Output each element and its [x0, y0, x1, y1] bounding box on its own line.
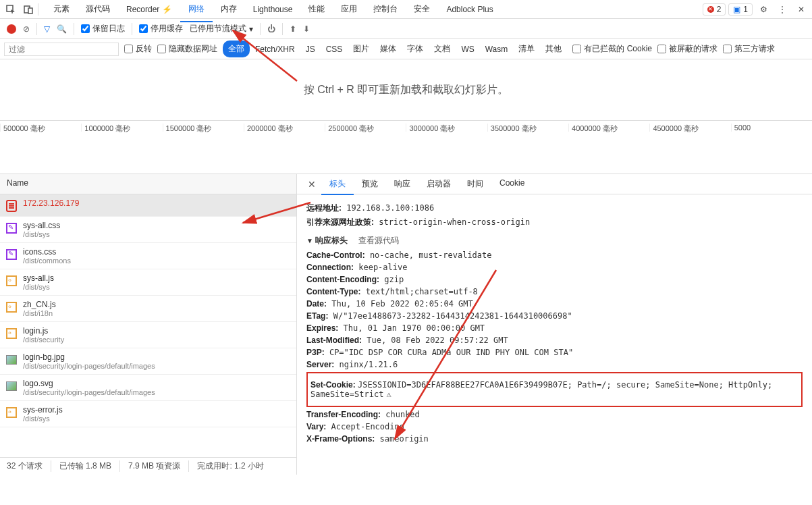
- filter-type-媒体[interactable]: 媒体: [375, 41, 402, 57]
- filter-type-全部[interactable]: 全部: [223, 41, 250, 57]
- close-icon[interactable]: ✕: [793, 1, 809, 18]
- panel-tab-9[interactable]: 安全: [406, 0, 438, 19]
- filter-type-WS[interactable]: WS: [456, 42, 479, 57]
- download-icon[interactable]: ⬇: [303, 24, 310, 34]
- close-detail-icon[interactable]: ✕: [302, 179, 321, 190]
- timeline-tick: 500000 毫秒: [0, 124, 81, 132]
- disclosure-triangle-icon: ▼: [306, 237, 313, 244]
- header-row: P3P: CP="IDC DSP COR CURa ADMa OUR IND P…: [306, 348, 803, 357]
- header-value: JSESSIONID=3D6EFAF88BEE27FCA0A1E6F39499B…: [310, 380, 772, 399]
- settings-icon[interactable]: ⚙: [755, 1, 772, 18]
- timeline-tick: 5000: [731, 124, 812, 132]
- header-row: Vary: Accept-Encoding: [306, 422, 803, 431]
- timeline-tick: 4000000 毫秒: [568, 124, 649, 132]
- filter-type-CSS[interactable]: CSS: [321, 42, 348, 57]
- error-badge[interactable]: ✕2: [703, 3, 726, 16]
- header-row: X-Frame-Options: sameorigin: [306, 434, 803, 444]
- inspect-icon[interactable]: [3, 1, 19, 18]
- js-file-icon: [5, 275, 18, 287]
- panel-tab-7[interactable]: 应用: [333, 0, 365, 19]
- request-row[interactable]: login-bg.jpg/dist/security/login-pages/d…: [0, 348, 296, 375]
- request-row[interactable]: sys-all.js/dist/sys: [0, 269, 296, 296]
- header-key: Vary:: [306, 422, 326, 431]
- filter-type-Fetch/XHR[interactable]: Fetch/XHR: [250, 42, 300, 57]
- img-file-icon: [5, 354, 18, 366]
- timeline-tick: 4500000 毫秒: [649, 124, 730, 132]
- blocked-cookie-checkbox[interactable]: 有已拦截的 Cookie: [572, 43, 652, 55]
- panel-tab-1[interactable]: 源代码: [78, 0, 118, 19]
- panel-tab-3[interactable]: 网络: [180, 0, 213, 19]
- request-name: login-bg.jpg: [23, 352, 155, 362]
- filter-input[interactable]: [4, 43, 119, 56]
- preserve-log-checkbox[interactable]: 保留日志: [81, 23, 125, 34]
- request-row[interactable]: icons.css/dist/commons: [0, 243, 296, 269]
- header-key: Cache-Control:: [306, 250, 365, 260]
- blocked-req-checkbox[interactable]: 被屏蔽的请求: [657, 43, 718, 55]
- timeline-ticks: 500000 毫秒1000000 毫秒1500000 毫秒2000000 毫秒2…: [0, 124, 812, 132]
- filter-type-图片[interactable]: 图片: [348, 41, 375, 57]
- third-party-label: 第三方请求: [734, 43, 775, 55]
- filter-type-清单[interactable]: 清单: [513, 41, 540, 57]
- filter-type-Wasm[interactable]: Wasm: [480, 42, 514, 57]
- separator: [74, 23, 74, 35]
- panel-tab-8[interactable]: 控制台: [365, 0, 406, 19]
- hide-data-url-checkbox[interactable]: 隐藏数据网址: [157, 43, 217, 55]
- response-headers-section[interactable]: ▼ 响应标头 查看源代码: [306, 235, 803, 246]
- invert-checkbox[interactable]: 反转: [124, 43, 152, 55]
- request-row[interactable]: logo.svg/dist/security/login-pages/defau…: [0, 375, 296, 401]
- view-source-link[interactable]: 查看源代码: [358, 235, 399, 246]
- panel-tab-0[interactable]: 元素: [45, 0, 78, 19]
- more-icon[interactable]: ⋮: [774, 1, 790, 18]
- filter-icon[interactable]: ▽: [44, 24, 50, 34]
- header-row: Date: Thu, 10 Feb 2022 02:05:04 GMT: [306, 299, 803, 309]
- request-path: /dist/sys: [23, 283, 54, 291]
- device-icon[interactable]: [20, 1, 36, 18]
- filter-type-其他[interactable]: 其他: [540, 41, 567, 57]
- header-value: Tue, 08 Feb 2022 09:57:22 GMT: [362, 336, 508, 345]
- wifi-icon[interactable]: ⏻: [267, 24, 275, 34]
- timeline-overview[interactable]: 500000 毫秒1000000 毫秒1500000 毫秒2000000 毫秒2…: [0, 120, 812, 174]
- separator: [282, 23, 283, 35]
- detail-tab-0[interactable]: 标头: [321, 174, 354, 195]
- request-path: /dist/security/login-pages/default/image…: [23, 388, 155, 396]
- request-row[interactable]: login.js/dist/security: [0, 322, 296, 348]
- disable-cache-checkbox[interactable]: 停用缓存: [139, 23, 183, 34]
- js-file-icon: [5, 301, 18, 313]
- header-row: Transfer-Encoding: chunked: [306, 410, 803, 419]
- throttle-dropdown[interactable]: 已停用节流模式 ▾: [190, 23, 253, 34]
- panel-tab-2[interactable]: Recorder ⚡: [118, 1, 180, 18]
- detail-tab-5[interactable]: Cookie: [491, 174, 533, 194]
- panel-tab-6[interactable]: 性能: [300, 0, 333, 19]
- status-finish: 完成用时: 1.2 小时: [197, 460, 272, 472]
- panel-tab-5[interactable]: Lighthouse: [245, 1, 301, 18]
- message-count: 1: [743, 5, 748, 14]
- request-row[interactable]: zh_CN.js/dist/i18n: [0, 296, 296, 322]
- request-path: /dist/i18n: [23, 309, 56, 317]
- record-button[interactable]: [7, 24, 16, 34]
- filter-type-JS[interactable]: JS: [300, 42, 321, 57]
- message-badge[interactable]: ▣1: [728, 3, 753, 16]
- search-icon[interactable]: 🔍: [57, 24, 67, 34]
- throttle-label: 已停用节流模式: [190, 23, 246, 34]
- header-key: Content-Type:: [306, 287, 360, 296]
- panel-tab-4[interactable]: 内存: [213, 0, 245, 19]
- request-row[interactable]: sys-error.js/dist/sys: [0, 401, 296, 427]
- filter-type-文档[interactable]: 文档: [429, 41, 456, 57]
- set-cookie-highlight: Set-Cookie: JSESSIONID=3D6EFAF88BEE27FCA…: [306, 372, 803, 407]
- header-row: Connection: keep-alive: [306, 263, 803, 272]
- name-column-header[interactable]: Name: [0, 174, 296, 194]
- clear-icon[interactable]: ⊘: [23, 24, 30, 34]
- header-value: text/html;charset=utf-8: [360, 287, 477, 296]
- filter-type-字体[interactable]: 字体: [402, 41, 429, 57]
- detail-tab-4[interactable]: 时间: [459, 174, 491, 194]
- third-party-checkbox[interactable]: 第三方请求: [723, 43, 775, 55]
- request-row[interactable]: 172.23.126.179: [0, 194, 296, 217]
- detail-tab-3[interactable]: 启动器: [418, 174, 459, 194]
- detail-tab-2[interactable]: 响应: [386, 174, 418, 194]
- request-row[interactable]: sys-all.css/dist/sys: [0, 217, 296, 243]
- detail-tab-1[interactable]: 预览: [354, 174, 386, 194]
- doc-file-icon: [5, 200, 18, 212]
- panel-tab-10[interactable]: Adblock Plus: [438, 1, 501, 18]
- upload-icon[interactable]: ⬆: [290, 24, 296, 34]
- header-value: no-cache, must-revalidate: [365, 250, 492, 260]
